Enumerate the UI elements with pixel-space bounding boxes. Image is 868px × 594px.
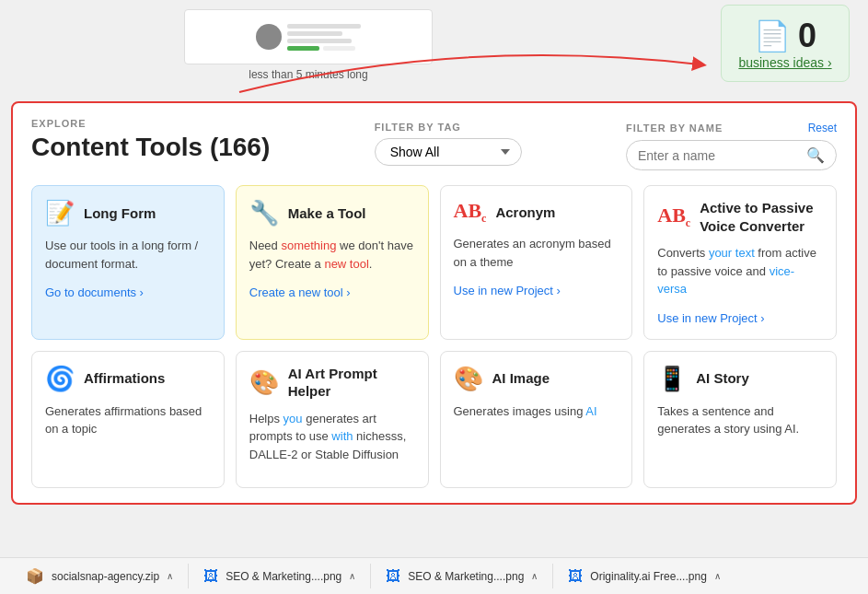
search-input[interactable] [638,148,799,163]
section-title: Content Tools (166) [31,133,270,162]
preview-card: less than 5 minutes long [184,9,433,81]
preview-caption: less than 5 minutes long [184,68,433,81]
tool-card-header: 🎨 AI Image [454,365,619,393]
tools-grid: 📝 Long Form Use our tools in a long form… [31,185,837,488]
tool-card-header: ABc Active to Passive Voice Converter [657,199,823,235]
affirmations-title: Affirmations [84,369,165,388]
download-arrow-png2[interactable]: ∧ [531,571,538,581]
affirmations-icon: 🌀 [45,365,75,393]
downloads-bar: 📦 socialsnap-agency.zip ∧ 🖼 SEO & Market… [0,557,868,594]
filter-tag-label: FILTER BY TAG [375,122,461,133]
preview-image [184,9,433,64]
ai-image-title: AI Image [492,369,550,388]
tool-card-ai-image[interactable]: 🎨 AI Image Generates images using AI [440,351,633,489]
preview-line-light [323,46,355,51]
preview-line [287,24,361,29]
long-form-title: Long Form [84,204,156,223]
filter-name-group: FILTER BY NAME Reset 🔍 [626,122,837,170]
tool-card-header: 📱 AI Story [657,365,823,393]
business-ideas-count: 📄 0 [736,17,834,55]
section-header: EXPLORE Content Tools (166) FILTER BY TA… [31,118,837,170]
download-name-png3: Originality.ai Free....png [590,570,707,583]
png-icon-1: 🖼 [203,568,218,585]
long-form-link[interactable]: Go to documents › [45,285,144,299]
tool-card-active-passive[interactable]: ABc Active to Passive Voice Converter Co… [643,185,837,340]
tool-card-long-form[interactable]: 📝 Long Form Use our tools in a long form… [31,185,225,340]
filter-tag-group: FILTER BY TAG Show All [375,122,522,166]
active-passive-link[interactable]: Use in new Project › [657,311,764,325]
tool-card-make-tool[interactable]: 🔧 Make a Tool Need something we don't ha… [236,185,429,340]
acronym-link[interactable]: Use in new Project › [454,284,561,297]
tool-card-ai-story[interactable]: 📱 AI Story Takes a sentence and generate… [643,351,837,489]
download-item-png2[interactable]: 🖼 SEO & Marketing....png ∧ [371,564,553,588]
ai-art-icon: 🎨 [249,368,279,397]
filter-tag-select[interactable]: Show All [375,138,522,166]
make-tool-desc: Need something we don't have yet? Create… [249,237,415,273]
tool-card-header: 📝 Long Form [45,199,211,227]
acronym-desc: Generates an acronym based on a theme [454,235,619,271]
ai-image-desc: Generates images using AI [454,402,619,421]
tool-card-header: 🌀 Affirmations [45,365,211,393]
tool-card-header: 🔧 Make a Tool [249,199,415,227]
download-arrow-png1[interactable]: ∧ [349,571,355,581]
ai-image-icon: 🎨 [454,365,483,393]
tool-card-header: ABc Acronym [454,199,619,226]
download-arrow-zip[interactable]: ∧ [167,571,173,581]
ai-story-desc: Takes a sentence and generates a story u… [657,402,823,438]
search-wrapper: 🔍 [626,140,837,170]
acronym-icon: ABc [454,199,487,226]
make-tool-title: Make a Tool [288,204,366,223]
download-name-zip: socialsnap-agency.zip [52,570,159,583]
download-name-png1: SEO & Marketing....png [226,570,341,583]
reset-link[interactable]: Reset [808,122,837,134]
make-tool-icon: 🔧 [249,199,279,227]
active-passive-icon: ABc [657,204,690,230]
main-section: EXPLORE Content Tools (166) FILTER BY TA… [11,101,857,505]
download-arrow-png3[interactable]: ∧ [714,571,721,581]
preview-line [287,31,342,36]
filter-name-label: FILTER BY NAME [626,122,723,134]
business-ideas-link[interactable]: business ideas › [736,55,834,70]
download-item-png3[interactable]: 🖼 Originality.ai Free....png ∧ [553,564,735,588]
make-tool-link[interactable]: Create a new tool › [249,285,351,299]
download-item-zip[interactable]: 📦 socialsnap-agency.zip ∧ [11,564,189,588]
ai-art-title: AI Art Prompt Helper [288,365,415,401]
png-icon-3: 🖼 [568,568,583,585]
ai-story-title: AI Story [696,369,749,388]
tool-card-affirmations[interactable]: 🌀 Affirmations Generates affirmations ba… [31,351,225,489]
affirmations-desc: Generates affirmations based on a topic [45,402,211,438]
preview-line [287,39,352,43]
long-form-icon: 📝 [45,199,75,227]
explore-group: EXPLORE Content Tools (166) [31,118,270,162]
active-passive-desc: Converts your text from active to passiv… [657,244,823,298]
active-passive-title: Active to Passive Voice Converter [700,199,823,235]
download-item-png1[interactable]: 🖼 SEO & Marketing....png ∧ [189,564,371,588]
business-ideas-box[interactable]: 📄 0 business ideas › [721,5,850,82]
tool-card-ai-art-prompt[interactable]: 🎨 AI Art Prompt Helper Helps you generat… [236,351,429,489]
ai-story-icon: 📱 [657,365,687,393]
zip-icon: 📦 [26,567,44,585]
explore-label: EXPLORE [31,118,270,129]
search-icon[interactable]: 🔍 [806,146,825,164]
long-form-desc: Use our tools in a long form / document … [45,237,211,273]
acronym-title: Acronym [495,204,555,222]
tool-card-header: 🎨 AI Art Prompt Helper [249,365,415,401]
count-value: 0 [798,17,816,55]
download-name-png2: SEO & Marketing....png [408,570,524,583]
avatar [256,24,282,50]
ai-art-desc: Helps you generates art prompts to use w… [249,410,415,464]
document-icon: 📄 [754,18,791,53]
png-icon-2: 🖼 [386,568,400,585]
preview-line-green [287,46,319,51]
tool-card-acronym[interactable]: ABc Acronym Generates an acronym based o… [440,185,633,340]
